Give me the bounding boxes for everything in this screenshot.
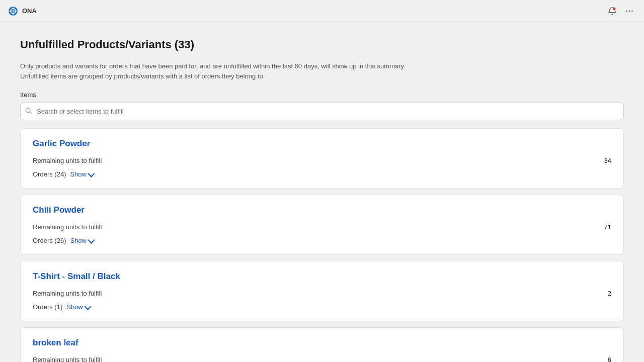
- remaining-value: 71: [604, 223, 611, 231]
- product-name[interactable]: broken leaf: [33, 338, 611, 348]
- chevron-down-icon: [84, 303, 91, 310]
- product-name[interactable]: T-Shirt - Small / Black: [33, 272, 611, 282]
- remaining-row: Remaining units to fulfill 34: [33, 157, 611, 164]
- orders-row: Orders (1) Show: [33, 303, 611, 311]
- product-card: broken leaf Remaining units to fulfill 6…: [20, 327, 624, 362]
- chevron-down-icon: [88, 236, 95, 243]
- orders-row: Orders (24) Show: [33, 170, 611, 178]
- product-card: Chili Powder Remaining units to fulfill …: [20, 195, 624, 255]
- show-label: Show: [66, 303, 83, 311]
- page-title: Unfulfilled Products/Variants (33): [20, 38, 624, 51]
- more-options-button[interactable]: [623, 5, 636, 18]
- remaining-label: Remaining units to fulfill: [33, 157, 604, 164]
- product-list: Garlic Powder Remaining units to fulfill…: [20, 128, 624, 362]
- remaining-value: 2: [608, 290, 611, 297]
- remaining-label: Remaining units to fulfill: [33, 356, 608, 362]
- svg-point-7: [631, 10, 633, 12]
- orders-label: Orders (24): [33, 170, 66, 178]
- more-options-icon: [625, 7, 634, 16]
- ona-logo-icon: [8, 6, 18, 16]
- topbar-left: ONA: [8, 6, 37, 16]
- show-orders-button[interactable]: Show: [66, 303, 90, 311]
- svg-point-6: [629, 10, 630, 12]
- svg-point-5: [626, 10, 627, 12]
- product-name[interactable]: Garlic Powder: [33, 139, 611, 149]
- orders-label: Orders (1): [33, 303, 62, 311]
- search-input[interactable]: [20, 103, 624, 120]
- app-name: ONA: [22, 7, 37, 15]
- remaining-row: Remaining units to fulfill 71: [33, 223, 611, 231]
- notification-icon: [608, 7, 617, 16]
- main-content: Unfulfilled Products/Variants (33) Only …: [0, 22, 644, 362]
- search-container: [20, 103, 624, 120]
- product-card: T-Shirt - Small / Black Remaining units …: [20, 261, 624, 321]
- topbar-right: [606, 5, 636, 18]
- product-card: Garlic Powder Remaining units to fulfill…: [20, 128, 624, 189]
- orders-label: Orders (26): [33, 237, 66, 244]
- notification-button[interactable]: [606, 5, 619, 18]
- show-label: Show: [70, 237, 87, 244]
- remaining-value: 34: [604, 157, 611, 164]
- show-label: Show: [70, 170, 87, 178]
- chevron-down-icon: [88, 170, 95, 177]
- remaining-label: Remaining units to fulfill: [33, 290, 608, 297]
- show-orders-button[interactable]: Show: [70, 170, 93, 178]
- orders-row: Orders (26) Show: [33, 237, 611, 244]
- svg-point-4: [613, 7, 615, 10]
- topbar: ONA: [0, 0, 644, 22]
- items-label: Items: [20, 91, 624, 99]
- remaining-row: Remaining units to fulfill 2: [33, 290, 611, 297]
- page-description: Only products and variants for orders th…: [20, 61, 413, 81]
- remaining-row: Remaining units to fulfill 6: [33, 356, 611, 362]
- show-orders-button[interactable]: Show: [70, 237, 93, 244]
- product-name[interactable]: Chili Powder: [33, 205, 611, 215]
- remaining-label: Remaining units to fulfill: [33, 223, 604, 231]
- remaining-value: 6: [608, 356, 611, 362]
